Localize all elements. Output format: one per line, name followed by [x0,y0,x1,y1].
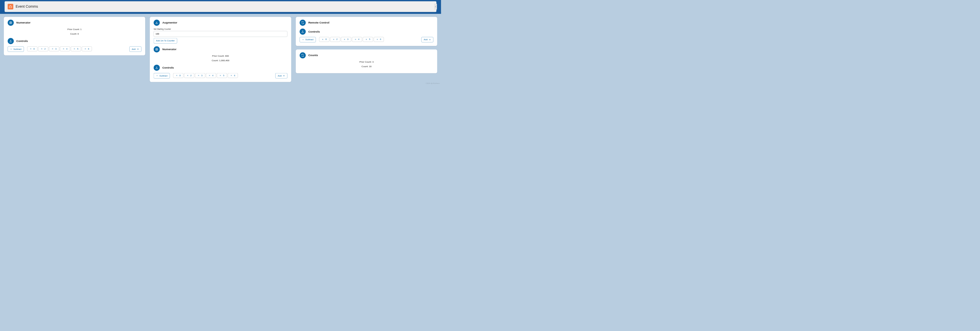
chip-group-2: 023456 [173,73,238,78]
subtract-button[interactable]: Subtract [300,37,316,43]
chip-6[interactable]: 6 [82,46,92,51]
chip-label: 2 [336,38,337,41]
chip-label: 6 [380,38,381,41]
collapse-toggle[interactable] [434,4,437,10]
x-icon [30,48,32,50]
count-row: Count: 1,000,400 [154,59,288,62]
x-icon [344,38,345,40]
count-row: Count: 6 [8,33,142,35]
upload-icon [154,65,160,71]
chip-label: 3 [347,38,348,41]
add-button[interactable]: Add [129,46,141,52]
chip-group-1: 023456 [27,46,92,51]
add-label: Add [424,38,428,41]
subtract-button[interactable]: Subtract [8,46,24,52]
x-icon [198,74,199,76]
section-augmentor: Augmentor Set Starting Counter Add 1m To… [154,19,288,43]
chip-label: 6 [234,74,235,77]
prior-count-row: Prior Count: 400 [154,55,288,57]
prior-count-value: 1 [80,28,82,31]
x-icon [176,74,178,76]
chip-5[interactable]: 5 [363,37,373,42]
count-label: Count: [212,59,219,62]
card-counts: Counts Prior Count: 3 Count: 18 [296,50,437,73]
section-numerator-1: Numerator Prior Count: 1 Count: 6 [8,19,142,35]
chip-3[interactable]: 3 [341,37,352,42]
plus-icon [429,38,431,41]
x-icon [73,48,75,50]
chip-label: 2 [190,74,191,77]
starting-counter-input[interactable] [154,31,288,37]
add-label: Add [278,74,282,77]
tv-icon [8,4,13,10]
chip-label: 3 [201,74,202,77]
count-row: Count: 18 [300,65,434,68]
chip-5[interactable]: 5 [217,73,227,78]
prior-count-value: 400 [225,55,229,57]
x-icon [231,74,232,76]
upload-icon [300,29,306,35]
x-icon [220,74,221,76]
count-label: Count: [70,33,77,35]
x-icon [355,38,356,40]
chip-2[interactable]: 2 [330,37,340,42]
grid-icon [8,19,14,26]
section-counts: Counts Prior Count: 3 Count: 18 [300,52,434,68]
sync-icon [300,52,306,59]
chip-2[interactable]: 2 [38,46,48,51]
chip-label: 4 [66,48,67,50]
chip-4[interactable]: 4 [352,37,362,42]
add-button[interactable]: Add [275,73,287,79]
section-title: Numerator [162,48,177,51]
chip-label: 0 [33,48,35,50]
section-title: Augmentor [162,21,177,24]
upload-icon [8,38,14,44]
svg-rect-0 [10,6,12,8]
add-1m-label: Add 1m To Counter [156,40,175,42]
x-icon [41,48,43,50]
grid-icon [154,46,160,52]
chip-2[interactable]: 2 [184,73,194,78]
count-value: 1,000,400 [219,59,229,62]
column-3: Remote Control Controls Subtract 023456 [296,17,437,73]
add-label: Add [132,48,136,51]
chip-5[interactable]: 5 [71,46,81,51]
minus-icon [302,38,304,41]
section-title: Controls [16,40,28,43]
prior-count-label: Prior Count: [67,28,80,31]
chip-3[interactable]: 3 [49,46,59,51]
x-icon [333,38,335,40]
card-augmentor: Augmentor Set Starting Counter Add 1m To… [150,17,291,82]
subtract-label: Subtract [305,38,313,41]
chip-4[interactable]: 4 [60,46,70,51]
prior-count-value: 3 [372,61,374,63]
chip-4[interactable]: 4 [206,73,216,78]
section-controls-2: Controls Subtract 023456 Add [154,65,288,79]
prior-count-row: Prior Count: 3 [300,61,434,63]
chip-0[interactable]: 0 [173,73,183,78]
chip-label: 0 [180,74,181,77]
add-1m-button[interactable]: Add 1m To Counter [154,38,177,44]
add-button[interactable]: Add [422,37,433,43]
page-title: Event Comms [16,5,38,8]
count-label: Count: [361,65,368,68]
subtract-label: Subtract [13,48,21,51]
chip-label: 4 [358,38,359,41]
minus-icon [10,48,12,50]
card-remote-control: Remote Control Controls Subtract 023456 [296,17,437,46]
chip-0[interactable]: 0 [319,37,329,42]
x-icon [209,74,210,76]
chip-3[interactable]: 3 [195,73,205,78]
chip-6[interactable]: 6 [374,37,384,42]
prior-count-label: Prior Count: [359,61,371,63]
subtract-label: Subtract [159,74,167,77]
x-icon [376,38,378,40]
starting-counter-label: Set Starting Counter [154,28,288,30]
subtract-button[interactable]: Subtract [154,73,170,79]
count-value: 6 [78,33,79,35]
chip-0[interactable]: 0 [27,46,37,51]
prior-count-label: Prior Count: [212,55,224,57]
chip-6[interactable]: 6 [228,73,238,78]
section-controls-1: Controls Subtract 023456 Add [8,38,142,52]
x-icon [322,38,323,40]
